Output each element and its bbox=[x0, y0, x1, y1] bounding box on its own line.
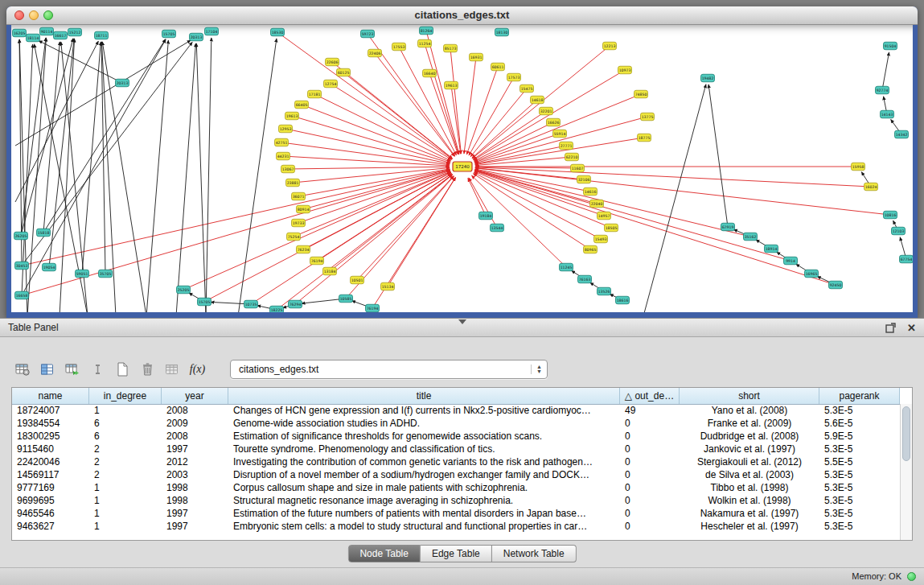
function-builder-icon[interactable]: f(x) bbox=[187, 359, 207, 380]
network-node[interactable]: 16617 bbox=[54, 31, 68, 39]
network-node[interactable]: 76294 bbox=[289, 300, 302, 308]
network-node[interactable]: 91504 bbox=[884, 42, 897, 50]
network-node[interactable]: 14618 bbox=[531, 96, 544, 104]
network-node[interactable]: 17573 bbox=[507, 73, 521, 81]
network-node[interactable]: 10735 bbox=[244, 300, 258, 308]
close-panel-icon[interactable]: ✕ bbox=[907, 323, 916, 333]
network-node[interactable]: 44231 bbox=[277, 152, 290, 160]
table-row[interactable]: 969969511998Structural magnetic resonanc… bbox=[12, 494, 900, 507]
column-header-in_degree[interactable]: in_degree bbox=[89, 388, 162, 404]
network-node[interactable]: 22406 bbox=[368, 49, 382, 57]
network-node[interactable]: 13067 bbox=[281, 165, 295, 173]
network-node[interactable]: 35162 bbox=[744, 233, 758, 241]
table-row[interactable]: 1830029562008Estimation of significance … bbox=[12, 430, 900, 443]
network-node[interactable]: 14143 bbox=[881, 110, 894, 118]
column-header-name[interactable]: name bbox=[12, 388, 89, 404]
network-node[interactable]: 92774 bbox=[876, 86, 889, 94]
tab-node-table[interactable]: Node Table bbox=[347, 545, 421, 562]
network-node[interactable]: 19184 bbox=[479, 212, 493, 220]
network-node[interactable]: 16640 bbox=[423, 69, 437, 77]
network-node[interactable]: 62210 bbox=[565, 153, 579, 161]
network-node[interactable]: 27771 bbox=[560, 142, 573, 150]
network-node[interactable]: 25205 bbox=[177, 286, 191, 294]
network-node[interactable]: 12953 bbox=[279, 125, 293, 133]
network-node[interactable]: 18505 bbox=[605, 224, 618, 232]
network-node[interactable]: 12754 bbox=[324, 80, 338, 88]
zoom-window-button[interactable] bbox=[43, 10, 53, 20]
network-node[interactable]: 32106 bbox=[577, 175, 591, 183]
scrollbar-thumb[interactable] bbox=[902, 406, 910, 461]
network-node[interactable]: 19054 bbox=[43, 263, 56, 271]
network-node[interactable]: 36071 bbox=[292, 192, 306, 200]
window-titlebar[interactable]: citations_edges.txt bbox=[6, 6, 918, 25]
network-node[interactable]: 76163 bbox=[578, 275, 592, 283]
network-node[interactable]: 18225 bbox=[270, 306, 284, 312]
network-node[interactable]: 80914 bbox=[297, 205, 310, 213]
network-node[interactable]: 14957 bbox=[598, 212, 611, 220]
network-node[interactable]: 55914 bbox=[553, 130, 567, 138]
network-node[interactable]: 74850 bbox=[634, 90, 648, 98]
column-header-title[interactable]: title bbox=[228, 388, 620, 404]
network-node[interactable]: 19613 bbox=[285, 112, 299, 120]
network-node[interactable]: 18114 bbox=[27, 34, 40, 42]
network-node[interactable]: 15475 bbox=[520, 84, 534, 93]
network-node[interactable]: 18130 bbox=[495, 28, 509, 36]
network-node[interactable]: 12103 bbox=[892, 227, 906, 235]
network-node[interactable]: 15493 bbox=[594, 235, 608, 243]
close-window-button[interactable] bbox=[14, 10, 24, 20]
network-node[interactable]: 16205 bbox=[13, 29, 27, 37]
table-row[interactable]: 977716911998Corpus callosum shape and si… bbox=[12, 481, 900, 494]
table-row[interactable]: 1938455462009Genome-wide association stu… bbox=[12, 417, 900, 430]
table-scrollbar[interactable] bbox=[900, 404, 912, 540]
network-node[interactable]: 81264 bbox=[420, 27, 433, 35]
table-selector-combobox[interactable]: citations_edges.txt ▲▼ bbox=[230, 360, 548, 379]
merge-table-icon[interactable] bbox=[162, 359, 183, 380]
network-node[interactable]: 15134 bbox=[381, 282, 395, 290]
network-node[interactable]: 16931 bbox=[470, 53, 483, 61]
network-hub-node[interactable]: 17240 bbox=[453, 162, 472, 171]
network-node[interactable]: 76194 bbox=[310, 257, 324, 265]
column-header-year[interactable]: year bbox=[162, 388, 228, 404]
network-node[interactable]: 10585 bbox=[339, 295, 353, 303]
network-node[interactable]: 20313 bbox=[116, 79, 129, 87]
column-width-icon[interactable] bbox=[88, 359, 108, 380]
network-node[interactable]: 67754 bbox=[900, 255, 914, 263]
network-node[interactable]: 13526 bbox=[598, 287, 611, 295]
network-node[interactable]: 18616 bbox=[616, 296, 630, 304]
table-row[interactable]: 1872400712008Changes of HCN gene express… bbox=[12, 404, 900, 417]
network-node[interactable]: 14342 bbox=[895, 130, 909, 138]
network-node[interactable]: 9914 bbox=[784, 257, 798, 265]
network-node[interactable]: 59723 bbox=[361, 30, 375, 38]
splitter-handle-icon[interactable] bbox=[458, 319, 466, 324]
delete-table-icon[interactable] bbox=[138, 359, 158, 380]
network-node[interactable]: 26205 bbox=[14, 232, 28, 240]
table-row[interactable]: 946554611997Estimation of the future num… bbox=[12, 507, 900, 520]
network-node[interactable]: 42751 bbox=[275, 138, 289, 146]
network-node[interactable]: 20313 bbox=[190, 33, 203, 41]
tab-edge-table[interactable]: Edge Table bbox=[421, 545, 492, 562]
network-node[interactable]: 18775 bbox=[638, 134, 651, 142]
float-panel-icon[interactable] bbox=[885, 323, 896, 333]
network-node[interactable]: 16626 bbox=[547, 118, 561, 126]
network-node[interactable]: 16024 bbox=[864, 183, 878, 191]
network-node[interactable]: 10501 bbox=[351, 276, 364, 284]
network-node[interactable]: 15958 bbox=[852, 163, 865, 171]
network-node[interactable]: 35705 bbox=[99, 270, 113, 278]
network-node[interactable]: 11254 bbox=[418, 39, 432, 47]
network-node[interactable]: 92450 bbox=[829, 281, 843, 289]
network-node[interactable]: 15818 bbox=[37, 229, 51, 237]
column-header-pagerank[interactable]: pagerank bbox=[819, 388, 900, 404]
import-table-icon[interactable] bbox=[63, 359, 83, 380]
network-node[interactable]: 60611 bbox=[491, 63, 505, 71]
network-node[interactable]: 19733 bbox=[292, 219, 306, 227]
network-node[interactable]: 15212 bbox=[68, 28, 82, 36]
network-node[interactable]: 18914 bbox=[765, 245, 778, 253]
network-node[interactable]: 18530 bbox=[271, 28, 285, 36]
network-view[interactable]: 1724016205181149011416617152121871115705… bbox=[11, 25, 913, 312]
network-node[interactable]: 16965 bbox=[805, 270, 819, 278]
network-node[interactable]: 13544 bbox=[491, 224, 504, 232]
network-node[interactable]: 19482 bbox=[701, 74, 715, 82]
network-node[interactable]: 12213 bbox=[603, 42, 617, 50]
column-header-short[interactable]: short bbox=[680, 388, 819, 404]
network-node[interactable]: 76234 bbox=[297, 245, 310, 253]
